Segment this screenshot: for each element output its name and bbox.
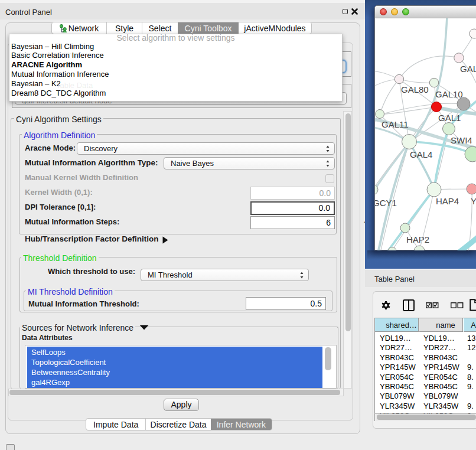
svg-text:GAL1: GAL1 bbox=[438, 113, 461, 123]
svg-text:GAL80: GAL80 bbox=[401, 84, 429, 94]
svg-text:GAL2: GAL2 bbox=[460, 64, 476, 74]
svg-text:SWI4: SWI4 bbox=[451, 135, 472, 145]
svg-text:GAL10: GAL10 bbox=[435, 89, 463, 99]
svg-text:GAL11: GAL11 bbox=[382, 119, 409, 129]
svg-text:HAP2: HAP2 bbox=[406, 234, 429, 244]
svg-text:GCY1: GCY1 bbox=[375, 198, 397, 208]
svg-text:YJ: YJ bbox=[471, 196, 476, 206]
svg-text:HAP4: HAP4 bbox=[436, 196, 459, 206]
svg-text:GAL4: GAL4 bbox=[410, 149, 432, 159]
